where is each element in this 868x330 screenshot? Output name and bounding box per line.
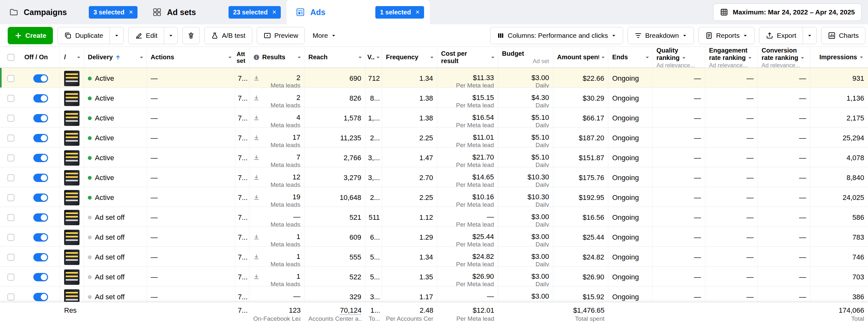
delete-button[interactable] [182,27,200,44]
export-button[interactable]: Export [759,27,803,44]
table-row[interactable]: Ad set off — 7... 1 Meta leads 522 5... … [0,267,868,287]
edit-dropdown-button[interactable] [164,27,178,44]
ad-thumbnail[interactable] [64,91,80,106]
column-header-engagement-rate-ranking[interactable]: Engagement rate ranking Ad relevance... [705,47,758,68]
download-icon[interactable] [253,194,260,201]
columns-button[interactable]: Columns: Performance and clicks [490,27,623,44]
tab-ads[interactable]: Ads 1 selected × [286,0,430,24]
charts-button[interactable]: Charts [821,27,865,44]
row-checkbox[interactable] [7,174,14,182]
ad-thumbnail[interactable] [64,150,80,166]
column-header-impressions[interactable]: Impressions [810,47,868,68]
ad-on-off-toggle[interactable] [33,233,48,241]
column-header-results[interactable]: Results [249,47,305,68]
table-row[interactable]: Active — 7... 7 Meta leads 2,766 3,... 1… [0,147,868,167]
ad-on-off-toggle[interactable] [33,134,48,142]
date-range-picker[interactable]: Maximum: Mar 24, 2022 – Apr 24, 2025 [713,3,862,21]
column-header-ad[interactable]: / [60,47,84,68]
download-icon[interactable] [253,75,260,81]
row-checkbox[interactable] [7,75,14,82]
ad-on-off-toggle[interactable] [33,94,48,102]
ad-on-off-toggle[interactable] [33,114,48,122]
table-row[interactable]: Ad set off — 7... — Meta leads 521 511 1… [0,207,868,227]
row-checkbox[interactable] [7,274,14,280]
row-checkbox[interactable] [7,254,14,261]
table-row[interactable]: Active — 7... 4 Meta leads 1,578 1,... 1… [0,108,868,128]
duplicate-button[interactable]: Duplicate [57,27,110,44]
ad-on-off-toggle[interactable] [33,253,48,261]
row-checkbox[interactable] [7,194,14,201]
column-header-conversion-rate-ranking[interactable]: Conversion rate ranking Ad relevance... [758,47,810,68]
download-icon[interactable] [253,274,260,280]
column-header-attribution-setting[interactable]: Att set... [235,47,249,68]
download-icon[interactable] [253,115,260,121]
table-row[interactable]: Active — 7... 2 Meta leads 826 8... 1.38… [0,88,868,108]
column-header-delivery[interactable]: Delivery [84,47,147,68]
ad-on-off-toggle[interactable] [33,293,48,301]
row-checkbox[interactable] [7,214,14,221]
column-header-ends[interactable]: Ends [608,47,653,68]
row-checkbox[interactable] [7,155,14,162]
results-value: 1 [297,253,300,261]
ab-test-button[interactable]: A/B test [204,27,252,44]
footer-reach-value[interactable]: 70,124 [340,306,362,314]
column-header-reach[interactable]: Reach [305,47,365,68]
column-header-amount-spent[interactable]: Amount spent [553,47,608,68]
ad-thumbnail[interactable] [64,170,80,186]
row-checkbox[interactable] [7,135,14,142]
results-value: 1 [297,272,300,280]
select-all-checkbox[interactable] [7,54,14,61]
ad-thumbnail[interactable] [64,130,80,146]
row-checkbox[interactable] [7,115,14,122]
table-row[interactable]: Active — 7... 17 Meta leads 11,235 2... … [0,128,868,147]
table-row[interactable]: Active — 7... 19 Meta leads 10,648 2... … [0,187,868,207]
column-header-actions[interactable]: Actions [147,47,235,68]
close-icon[interactable]: × [129,9,133,16]
export-dropdown-button[interactable] [803,27,817,44]
table-row[interactable]: Active — 7... 2 Meta leads 690 712 1.34 … [0,68,868,88]
table-row[interactable]: Active — 7... 12 Meta leads 3,279 3,... … [0,167,868,187]
table-row[interactable]: Ad set off — 7... 1 Meta leads 609 6... … [0,227,868,247]
preview-button[interactable]: Preview [257,27,305,44]
ad-on-off-toggle[interactable] [33,213,48,222]
row-checkbox[interactable] [7,294,14,300]
ad-on-off-toggle[interactable] [33,273,48,281]
column-header-quality-ranking[interactable]: Quality ranking Ad relevance... [653,47,705,68]
column-header-budget[interactable]: Budget Ad set [498,47,553,68]
duplicate-dropdown-button[interactable] [110,27,124,44]
row-checkbox[interactable] [7,234,14,241]
reports-button[interactable]: Reports [699,27,755,44]
close-icon[interactable]: × [272,9,276,16]
chevron-down-icon [429,55,435,60]
table-row[interactable]: Ad set off — 7... 1 Meta leads 555 5... … [0,247,868,267]
download-icon[interactable] [253,155,260,161]
edit-button[interactable]: Edit [128,27,164,44]
ad-on-off-toggle[interactable] [33,194,48,202]
ad-thumbnail[interactable] [64,110,80,126]
tab-ad-sets[interactable]: Ad sets 23 selected × [143,0,286,24]
download-icon[interactable] [253,135,260,141]
ad-thumbnail[interactable] [64,71,80,86]
ad-thumbnail[interactable] [64,230,80,245]
download-icon[interactable] [253,234,260,240]
column-header-cost-per-result[interactable]: Cost per result [437,47,498,68]
ad-thumbnail[interactable] [64,210,80,225]
ad-on-off-toggle[interactable] [33,154,48,162]
ad-on-off-toggle[interactable] [33,174,48,182]
ad-on-off-toggle[interactable] [33,74,48,82]
ad-thumbnail[interactable] [64,250,80,265]
download-icon[interactable] [253,95,260,101]
delivery-status: Active [95,174,114,182]
more-button[interactable]: More [309,27,339,44]
column-header-views[interactable]: V... [365,47,382,68]
ad-thumbnail[interactable] [64,190,80,205]
download-icon[interactable] [253,174,260,181]
close-icon[interactable]: × [415,9,420,16]
row-checkbox[interactable] [7,95,14,102]
tab-campaigns[interactable]: Campaigns 3 selected × [0,0,143,24]
download-icon[interactable] [253,254,260,260]
column-header-frequency[interactable]: Frequency [382,47,437,68]
ad-thumbnail[interactable] [64,269,80,285]
breakdown-button[interactable]: Breakdown [628,27,694,44]
create-button[interactable]: Create [8,27,53,44]
